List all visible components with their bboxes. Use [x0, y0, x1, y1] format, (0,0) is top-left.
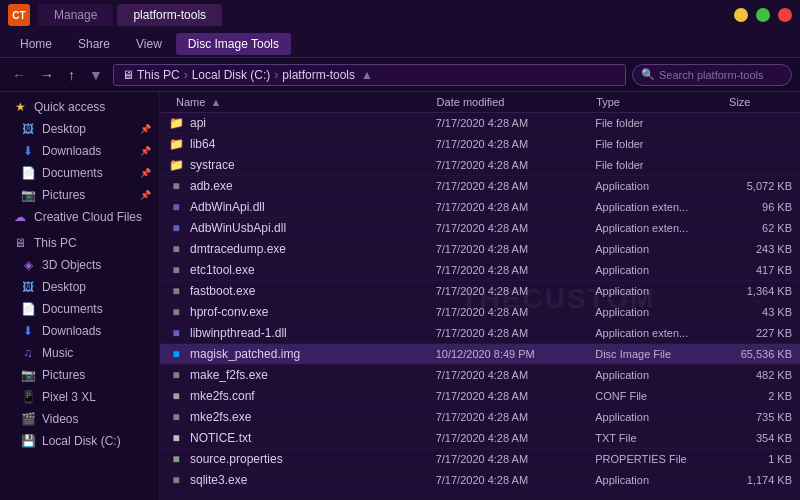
sidebar-item-downloads-qa[interactable]: ⬇ Downloads 📌 — [0, 140, 159, 162]
table-row[interactable]: ■ AdbWinApi.dll 7/17/2020 4:28 AM Applic… — [160, 197, 800, 218]
table-row[interactable]: 📁 api 7/17/2020 4:28 AM File folder — [160, 113, 800, 134]
file-type-cell: Application — [595, 474, 728, 486]
dll-icon: ■ — [168, 199, 184, 215]
pictures-qa-label: Pictures — [42, 188, 134, 202]
file-modified-cell: 7/17/2020 4:28 AM — [436, 243, 596, 255]
file-modified-cell: 7/17/2020 4:28 AM — [436, 432, 596, 444]
document2-icon: 📄 — [20, 301, 36, 317]
sidebar-item-downloads[interactable]: ⬇ Downloads — [0, 320, 159, 342]
file-name-text: AdbWinUsbApi.dll — [190, 221, 286, 235]
table-row[interactable]: ■ libwinpthread-1.dll 7/17/2020 4:28 AM … — [160, 323, 800, 344]
file-name-text: mke2fs.conf — [190, 389, 255, 403]
tab-manage[interactable]: Manage — [38, 4, 113, 26]
file-name-cell: 📁 api — [160, 115, 436, 131]
star-icon: ★ — [12, 99, 28, 115]
table-row[interactable]: ■ etc1tool.exe 7/17/2020 4:28 AM Applica… — [160, 260, 800, 281]
file-type-cell: Application — [595, 180, 728, 192]
table-row[interactable]: ■ adb.exe 7/17/2020 4:28 AM Application … — [160, 176, 800, 197]
file-name-text: NOTICE.txt — [190, 431, 251, 445]
pin-icon: 📌 — [140, 124, 151, 134]
table-row[interactable]: ■ mke2fs.exe 7/17/2020 4:28 AM Applicati… — [160, 407, 800, 428]
file-type-cell: Application — [595, 306, 728, 318]
forward-button[interactable]: → — [36, 65, 58, 85]
sidebar-item-videos[interactable]: 🎬 Videos — [0, 408, 159, 430]
sidebar-item-local-disk[interactable]: 💾 Local Disk (C:) — [0, 430, 159, 452]
sidebar-item-pixel[interactable]: 📱 Pixel 3 XL — [0, 386, 159, 408]
path-this-pc[interactable]: 🖥 This PC — [122, 68, 180, 82]
up-button[interactable]: ↑ — [64, 65, 79, 85]
search-box[interactable]: 🔍 Search platform-tools — [632, 64, 792, 86]
videos-label: Videos — [42, 412, 151, 426]
path-platform-tools[interactable]: platform-tools — [282, 68, 355, 82]
file-name-text: mke2fs.exe — [190, 410, 251, 424]
file-modified-cell: 7/17/2020 4:28 AM — [436, 306, 596, 318]
close-button[interactable] — [778, 8, 792, 22]
col-modified[interactable]: Date modified — [437, 96, 597, 108]
file-name-text: source.properties — [190, 452, 283, 466]
sidebar-item-pictures[interactable]: 📷 Pictures — [0, 364, 159, 386]
tab-platform-tools[interactable]: platform-tools — [117, 4, 222, 26]
col-modified-label: Date modified — [437, 96, 505, 108]
table-row[interactable]: 📁 systrace 7/17/2020 4:28 AM File folder — [160, 155, 800, 176]
title-bar-left: CT Manage platform-tools — [8, 4, 222, 26]
table-row[interactable]: ■ mke2fs.conf 7/17/2020 4:28 AM CONF Fil… — [160, 386, 800, 407]
table-row[interactable]: ■ source.properties 7/17/2020 4:28 AM PR… — [160, 449, 800, 470]
file-type-cell: Application — [595, 243, 728, 255]
download-icon: ⬇ — [20, 143, 36, 159]
sidebar-item-documents-qa[interactable]: 📄 Documents 📌 — [0, 162, 159, 184]
cloud-files-label: Creative Cloud Files — [34, 210, 151, 224]
file-type-cell: Application — [595, 369, 728, 381]
sidebar-item-desktop-qa[interactable]: 🖼 Desktop 📌 — [0, 118, 159, 140]
search-placeholder: Search platform-tools — [659, 69, 764, 81]
file-name-text: dmtracedump.exe — [190, 242, 286, 256]
table-row[interactable]: ■ fastboot.exe 7/17/2020 4:28 AM Applica… — [160, 281, 800, 302]
table-row[interactable]: 📁 lib64 7/17/2020 4:28 AM File folder — [160, 134, 800, 155]
menu-view[interactable]: View — [124, 33, 174, 55]
downloads-label: Downloads — [42, 324, 151, 338]
back-button[interactable]: ← — [8, 65, 30, 85]
table-row[interactable]: ■ sqlite3.exe 7/17/2020 4:28 AM Applicat… — [160, 470, 800, 491]
file-type-cell: Application — [595, 411, 728, 423]
sidebar-item-music[interactable]: ♫ Music — [0, 342, 159, 364]
sort-asc-icon: ▲ — [210, 96, 221, 108]
col-size[interactable]: Size — [729, 96, 800, 108]
pc-icon: 🖥 — [12, 235, 28, 251]
table-row[interactable]: ■ AdbWinUsbApi.dll 7/17/2020 4:28 AM App… — [160, 218, 800, 239]
file-modified-cell: 7/17/2020 4:28 AM — [436, 390, 596, 402]
table-row[interactable]: ■ NOTICE.txt 7/17/2020 4:28 AM TXT File … — [160, 428, 800, 449]
app-icon: CT — [8, 4, 30, 26]
sidebar-item-this-pc[interactable]: 🖥 This PC — [0, 232, 159, 254]
exe-icon: ■ — [168, 241, 184, 257]
conf-icon: ■ — [168, 388, 184, 404]
video-icon: 🎬 — [20, 411, 36, 427]
minimize-button[interactable] — [734, 8, 748, 22]
recent-button[interactable]: ▼ — [85, 65, 107, 85]
exe-icon: ■ — [168, 262, 184, 278]
file-size-cell: 65,536 KB — [728, 348, 800, 360]
table-row[interactable]: ■ make_f2fs.exe 7/17/2020 4:28 AM Applic… — [160, 365, 800, 386]
menu-share[interactable]: Share — [66, 33, 122, 55]
menu-home[interactable]: Home — [8, 33, 64, 55]
table-row[interactable]: ■ hprof-conv.exe 7/17/2020 4:28 AM Appli… — [160, 302, 800, 323]
table-row[interactable]: ■ dmtracedump.exe 7/17/2020 4:28 AM Appl… — [160, 239, 800, 260]
file-size-cell: 96 KB — [728, 201, 800, 213]
document-icon: 📄 — [20, 165, 36, 181]
file-modified-cell: 7/17/2020 4:28 AM — [436, 474, 596, 486]
col-name[interactable]: Name ▲ — [160, 96, 437, 108]
maximize-button[interactable] — [756, 8, 770, 22]
col-type[interactable]: Type — [596, 96, 729, 108]
menu-disc-image-tools[interactable]: Disc Image Tools — [176, 33, 291, 55]
sidebar-item-quick-access[interactable]: ★ Quick access — [0, 96, 159, 118]
file-size-cell: 1 KB — [728, 453, 800, 465]
file-name-cell: ■ source.properties — [160, 451, 436, 467]
sidebar-item-cloud-files[interactable]: ☁ Creative Cloud Files — [0, 206, 159, 228]
path-local-disk[interactable]: Local Disk (C:) — [192, 68, 271, 82]
phone-icon: 📱 — [20, 389, 36, 405]
3d-icon: ◈ — [20, 257, 36, 273]
sidebar-item-desktop[interactable]: 🖼 Desktop — [0, 276, 159, 298]
address-path[interactable]: 🖥 This PC › Local Disk (C:) › platform-t… — [113, 64, 626, 86]
sidebar-item-3d-objects[interactable]: ◈ 3D Objects — [0, 254, 159, 276]
sidebar-item-documents[interactable]: 📄 Documents — [0, 298, 159, 320]
sidebar-item-pictures-qa[interactable]: 📷 Pictures 📌 — [0, 184, 159, 206]
table-row[interactable]: ■ magisk_patched.img 10/12/2020 8:49 PM … — [160, 344, 800, 365]
